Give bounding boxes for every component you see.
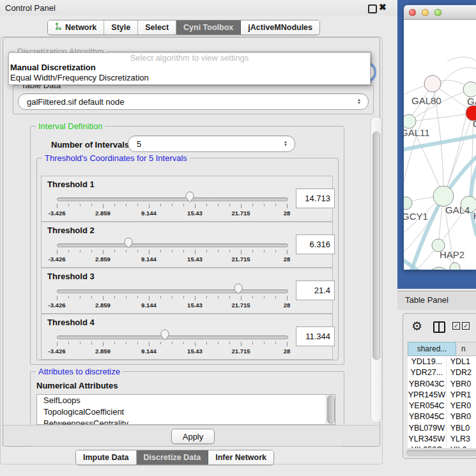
number-of-intervals-combo[interactable]: 5 ▲▼: [128, 135, 295, 152]
tab-style[interactable]: Style: [104, 20, 138, 35]
table-hscrollbar-thumb[interactable]: [406, 450, 476, 456]
tick-mark: [275, 296, 276, 298]
checkbox-icon[interactable]: ✓: [452, 322, 460, 330]
close-traffic-light-icon[interactable]: [409, 9, 416, 16]
top-tab-bar: NetworkStyleSelectCyni ToolboxjActiveMNo…: [47, 20, 320, 35]
node-label: GAL11: [404, 127, 430, 138]
table-data-combo[interactable]: galFiltered.sif default node ▲▼: [18, 93, 369, 110]
table-row[interactable]: YLR345WYLR3: [408, 434, 476, 445]
slider-thumb[interactable]: [233, 282, 243, 295]
gal80-node[interactable]: [424, 75, 441, 92]
tick-label: 9.144: [141, 302, 157, 309]
table-row[interactable]: YIL052CYIL0: [408, 445, 476, 448]
main-scrollbar-thumb[interactable]: [372, 132, 380, 360]
tick-mark: [160, 204, 161, 206]
tick-mark: [252, 342, 253, 344]
table-panel-title: Table Panel: [405, 295, 449, 305]
gcy1-node[interactable]: [404, 197, 412, 210]
tab-network[interactable]: Network: [48, 20, 104, 35]
attribute-item[interactable]: BetweennessCentrality: [37, 418, 335, 425]
numerical-attributes-list[interactable]: SelfLoopsTopologicalCoefficientBetweenne…: [36, 394, 335, 425]
tick-label: 21.715: [231, 348, 250, 355]
checkbox-icon[interactable]: ✓: [462, 322, 470, 330]
popup-option[interactable]: Manual Discretization: [9, 63, 370, 73]
attributes-scrollbar[interactable]: [326, 395, 335, 424]
tick-label: 2.859: [95, 302, 111, 309]
tab-select[interactable]: Select: [138, 20, 176, 35]
tick-mark: [183, 204, 184, 206]
top-right-node[interactable]: [463, 82, 476, 97]
threshold-value-field[interactable]: 14.713: [296, 188, 335, 208]
tick-label: -3.426: [49, 256, 66, 263]
combo-arrows-icon: ▲▼: [357, 98, 361, 105]
tab-cyni-toolbox[interactable]: Cyni Toolbox: [176, 20, 241, 35]
tick-mark: [183, 250, 184, 252]
minimize-traffic-light-icon[interactable]: [422, 9, 429, 16]
table-row[interactable]: YBR045CYBR0: [408, 411, 476, 422]
main-scrollbar[interactable]: [371, 116, 382, 423]
tick-mark: [172, 296, 173, 298]
node-label: GA: [467, 96, 476, 107]
table-row[interactable]: YPR145WYPR1: [408, 390, 476, 401]
tick-mark: [103, 342, 104, 346]
popup-option[interactable]: Equal Width/Frequency Discretization: [9, 73, 370, 83]
screen: Control Panel ✖ NetworkStyleSelectCyni T…: [0, 0, 476, 476]
gal11-node[interactable]: [404, 114, 416, 128]
apply-button[interactable]: Apply: [171, 429, 215, 444]
table-row[interactable]: YER054CYER0: [408, 401, 476, 411]
tick-mark: [80, 342, 81, 344]
big-bottom-node[interactable]: [429, 267, 449, 270]
bottom-tab-bar: Impute DataDiscretize DataInfer Network: [75, 450, 274, 465]
table-hscrollbar[interactable]: [404, 449, 476, 457]
table-row[interactable]: YDR27...YDR2: [408, 367, 476, 378]
tick-mark: [195, 342, 196, 346]
cell-shared-name: YDR27...: [408, 367, 447, 378]
table-row[interactable]: YBL079WYBL0: [408, 423, 476, 434]
tick-mark: [137, 296, 138, 298]
cell-name: YBL0: [447, 423, 476, 434]
close-icon[interactable]: ✖: [379, 2, 387, 12]
network-graph[interactable]: GAL80GACGAL11GAL4GCY1HHAP2: [404, 19, 476, 270]
tab-impute-data[interactable]: Impute Data: [76, 450, 137, 464]
tick-mark: [241, 342, 242, 346]
column-header-shared[interactable]: shared...: [408, 342, 456, 356]
tick-label: 28: [284, 348, 291, 355]
slider-thumb[interactable]: [123, 236, 134, 249]
slider-thumb[interactable]: [185, 190, 195, 203]
threshold-value-field[interactable]: 6.316: [296, 234, 335, 254]
attribute-item[interactable]: TopologicalCoefficient: [37, 406, 335, 418]
cell-name: YER0: [447, 401, 476, 411]
table-row[interactable]: YDL19...YDL1: [408, 357, 476, 367]
tick-mark: [172, 204, 173, 206]
tick-mark: [160, 296, 161, 298]
table-row[interactable]: YBR043CYBR0: [408, 379, 476, 390]
node-label: GAL4: [445, 204, 470, 215]
tick-mark: [229, 250, 230, 252]
columns-icon[interactable]: [433, 321, 445, 333]
zoom-traffic-light-icon[interactable]: [434, 9, 441, 16]
tab-label: Style: [111, 23, 130, 32]
tab-infer-network[interactable]: Infer Network: [208, 450, 273, 464]
slider-thumb[interactable]: [160, 328, 170, 341]
panel-title: Control Panel: [5, 3, 56, 13]
gal4-node[interactable]: [433, 186, 454, 206]
tick-label: -3.426: [49, 348, 66, 355]
column-header-name[interactable]: n: [456, 342, 476, 356]
tick-mark: [160, 342, 161, 344]
tick-mark: [126, 296, 127, 298]
tick-mark: [68, 342, 69, 344]
tab-discretize-data[interactable]: Discretize Data: [137, 450, 209, 464]
small-bottom-node[interactable]: [450, 263, 460, 270]
float-window-icon[interactable]: [368, 4, 377, 13]
tick-mark: [195, 250, 196, 254]
attributes-scrollbar-thumb[interactable]: [327, 395, 335, 424]
threshold-value-field[interactable]: 11.344: [296, 326, 335, 346]
tick-mark: [195, 296, 196, 300]
attribute-item[interactable]: SelfLoops: [37, 395, 335, 406]
tick-mark: [252, 250, 253, 252]
tick-mark: [68, 296, 69, 298]
tick-mark: [229, 342, 230, 344]
gear-icon[interactable]: ⚙: [411, 319, 422, 334]
threshold-value-field[interactable]: 21.4: [296, 280, 335, 300]
tab-jactivemnodules[interactable]: jActiveMNodules: [241, 20, 319, 35]
